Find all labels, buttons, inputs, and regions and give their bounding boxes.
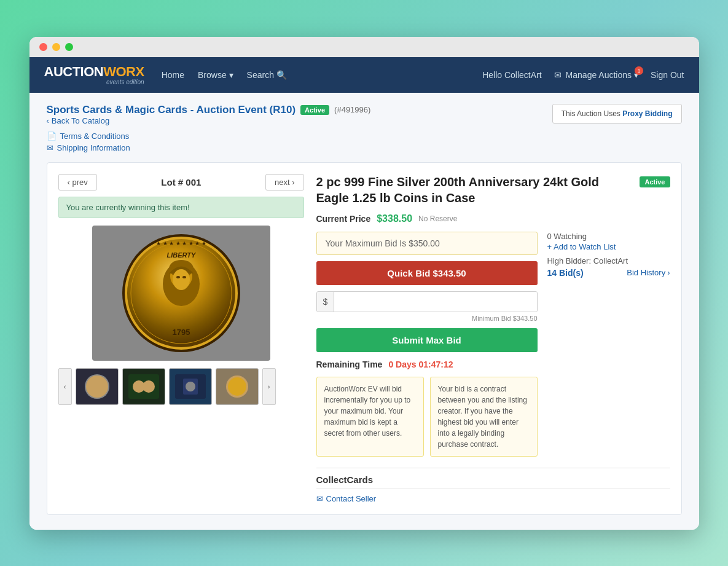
remaining-time-value: 0 Days 01:47:12 — [388, 360, 453, 369]
logo-text: AUCTIONWORX — [44, 64, 144, 80]
quick-bid-button[interactable]: Quick Bid $343.50 — [316, 261, 538, 285]
minimize-icon[interactable] — [52, 43, 60, 51]
back-to-catalog-link[interactable]: ‹ Back To Catalog — [47, 116, 371, 125]
manage-auctions-link[interactable]: ✉ Manage Auctions 1 ▾ — [554, 70, 638, 80]
navbar: AUCTIONWORX events edition Home Browse ▾… — [29, 57, 699, 93]
svg-text:1795: 1795 — [172, 328, 190, 337]
prev-lot-button[interactable]: ‹ prev — [58, 174, 97, 191]
auction-header: Sports Cards & Magic Cards - Auction Eve… — [47, 104, 682, 152]
bids-row: 14 Bid(s) Bid History › — [547, 268, 670, 278]
item-status-badge: Active — [640, 176, 670, 187]
lot-number: Lot # 001 — [161, 177, 201, 187]
bid-amount-input[interactable] — [334, 292, 536, 312]
thumb-prev-button[interactable]: ‹ — [58, 368, 72, 405]
submit-max-bid-button[interactable]: Submit Max Bid — [316, 328, 538, 352]
bid-column: Your Maximum Bid Is $350.00 Quick Bid $3… — [316, 232, 538, 465]
next-lot-button[interactable]: next › — [265, 174, 304, 191]
seller-section: CollectCards ✉ Contact Seller — [316, 468, 670, 503]
page-content: Sports Cards & Magic Cards - Auction Eve… — [29, 93, 699, 530]
mail-icon-seller: ✉ — [316, 494, 323, 503]
svg-point-14 — [86, 375, 108, 398]
auction-info: Sports Cards & Magic Cards - Auction Eve… — [47, 104, 371, 152]
svg-point-8 — [173, 269, 190, 290]
bid-section: Your Maximum Bid Is $350.00 Quick Bid $3… — [316, 232, 670, 465]
thumb-next-button[interactable]: › — [262, 368, 276, 405]
bid-history-link[interactable]: Bid History › — [627, 268, 670, 277]
divider — [316, 489, 670, 489]
info-boxes: AuctionWorx EV will bid incrementally fo… — [316, 377, 538, 457]
nav-home[interactable]: Home — [162, 70, 184, 80]
current-price-value: $338.50 — [377, 213, 412, 224]
high-bidder-info: High Bidder: CollectArt — [547, 256, 670, 265]
svg-text:★ ★ ★ ★ ★ ★ ★ ★: ★ ★ ★ ★ ★ ★ ★ ★ — [156, 240, 206, 246]
logo: AUCTIONWORX events edition — [44, 64, 144, 85]
auction-title: Sports Cards & Magic Cards - Auction Eve… — [47, 104, 296, 116]
thumbnail-4[interactable] — [216, 368, 259, 405]
add-to-watchlist-button[interactable]: + Add to Watch List — [547, 242, 670, 251]
nav-search[interactable]: Search 🔍 — [247, 70, 287, 80]
remaining-time-label: Remaining Time — [316, 360, 383, 369]
lot-navigation: ‹ prev Lot # 001 next › — [58, 174, 304, 191]
svg-point-9 — [176, 276, 180, 278]
max-bid-display: Your Maximum Bid Is $350.00 — [316, 232, 538, 255]
winning-banner: You are currently winning this item! — [58, 197, 304, 218]
thumbnail-row: ‹ › — [58, 368, 304, 405]
svg-point-17 — [143, 380, 155, 393]
auction-status-badge: Active — [300, 105, 329, 115]
svg-point-10 — [182, 276, 186, 278]
svg-text:LIBERTY: LIBERTY — [166, 251, 197, 259]
right-panel: 2 pc 999 Fine Silver 200th Anniversary 2… — [316, 174, 670, 503]
svg-point-20 — [186, 382, 195, 391]
thumbnail-2[interactable] — [122, 368, 165, 405]
dollar-sign: $ — [317, 292, 335, 312]
browser-window: AUCTIONWORX events edition Home Browse ▾… — [29, 37, 699, 530]
thumbnail-1[interactable] — [76, 368, 119, 405]
watching-count: 0 Watching — [547, 232, 670, 241]
bid-input-row: $ — [316, 291, 538, 312]
price-row: Current Price $338.50 No Reserve — [316, 213, 670, 224]
remaining-time-row: Remaining Time 0 Days 01:47:12 — [316, 360, 538, 369]
watch-column: 0 Watching + Add to Watch List High Bidd… — [547, 232, 670, 465]
mail-icon: ✉ — [554, 70, 562, 80]
contact-seller-link[interactable]: ✉ Contact Seller — [316, 494, 670, 503]
auction-title-row: Sports Cards & Magic Cards - Auction Eve… — [47, 104, 371, 116]
close-icon[interactable] — [39, 43, 47, 51]
main-grid: ‹ prev Lot # 001 next › You are currentl… — [47, 162, 682, 515]
nav-right: Hello CollectArt ✉ Manage Auctions 1 ▾ S… — [482, 70, 684, 80]
browser-chrome — [29, 37, 699, 57]
svg-point-22 — [228, 377, 246, 396]
sign-out-link[interactable]: Sign Out — [651, 70, 684, 80]
item-main-image[interactable]: ★ ★ ★ ★ ★ ★ ★ ★ 1795 — [92, 226, 270, 361]
shipping-link[interactable]: ✉ Shipping Information — [47, 143, 371, 152]
seller-name: CollectCards — [316, 474, 670, 485]
document-icon: 📄 — [47, 132, 57, 141]
minimum-bid-text: Minimum Bid $343.50 — [316, 315, 538, 322]
left-panel: ‹ prev Lot # 001 next › You are currentl… — [58, 174, 304, 503]
coin-svg: ★ ★ ★ ★ ★ ★ ★ ★ 1795 — [120, 232, 243, 355]
item-title-row: 2 pc 999 Fine Silver 200th Anniversary 2… — [316, 174, 670, 206]
nav-browse[interactable]: Browse ▾ — [198, 70, 233, 80]
current-price-label: Current Price — [316, 214, 371, 224]
item-title: 2 pc 999 Fine Silver 200th Anniversary 2… — [316, 174, 634, 206]
logo-worx-part: WORX — [103, 64, 144, 79]
mail-icon-shipping: ✉ — [47, 143, 53, 152]
proxy-bidding-box: This Auction Uses Proxy Bidding — [552, 104, 682, 124]
thumbnail-3[interactable] — [169, 368, 212, 405]
auction-id: (#491996) — [334, 105, 370, 114]
no-reserve-label: No Reserve — [418, 214, 457, 223]
proxy-info-box: AuctionWorx EV will bid incrementally fo… — [316, 377, 424, 457]
contract-info-box: Your bid is a contract between you and t… — [430, 377, 538, 457]
manage-badge: 1 — [635, 66, 643, 75]
maximize-icon[interactable] — [65, 43, 73, 51]
nav-links: Home Browse ▾ Search 🔍 — [162, 70, 482, 80]
nav-hello: Hello CollectArt — [482, 70, 541, 80]
terms-link[interactable]: 📄 Terms & Conditions — [47, 132, 371, 141]
bids-count: 14 Bid(s) — [547, 268, 584, 278]
